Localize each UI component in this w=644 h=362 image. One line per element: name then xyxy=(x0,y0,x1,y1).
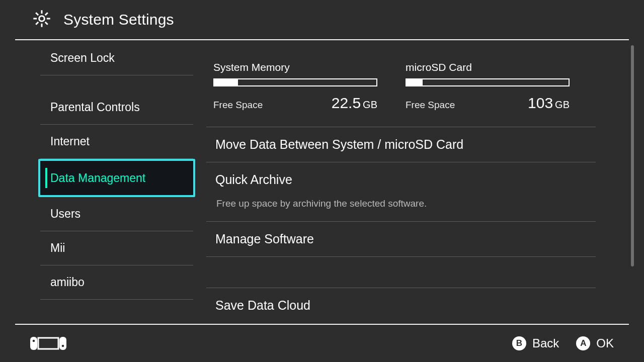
free-space-label: Free Space xyxy=(213,100,263,111)
sidebar-item-mii[interactable]: Mii xyxy=(40,231,193,265)
svg-line-8 xyxy=(36,22,38,25)
sidebar-item-label: Users xyxy=(50,207,80,221)
option-title: Save Data Cloud xyxy=(215,298,596,313)
sidebar-item-label: Mii xyxy=(50,241,65,255)
sidebar: Screen LockParental ControlsInternetData… xyxy=(0,40,206,324)
option-save-data-cloud[interactable]: Save Data Cloud xyxy=(206,288,596,323)
option-title: Quick Archive xyxy=(215,172,596,187)
controller-icon xyxy=(30,336,66,351)
svg-line-5 xyxy=(36,13,38,15)
free-space-label: Free Space xyxy=(406,100,455,111)
footer-button-back[interactable]: BBack xyxy=(512,336,559,350)
svg-point-0 xyxy=(39,16,45,22)
option-move-data-between-system-microsd-card[interactable]: Move Data Between System / microSD Card xyxy=(206,127,596,162)
option-title: Move Data Between System / microSD Card xyxy=(215,137,596,152)
option-quick-archive[interactable]: Quick ArchiveFree up space by archiving … xyxy=(206,162,596,222)
main-panel: System MemoryFree Space22.5GBmicroSD Car… xyxy=(206,40,644,324)
footer-button-label: Back xyxy=(532,336,559,350)
free-space-value: 103GB xyxy=(528,95,570,112)
option-manage-software[interactable]: Manage Software xyxy=(206,222,596,257)
svg-point-12 xyxy=(33,340,35,342)
scrollbar-track[interactable] xyxy=(631,40,634,324)
sidebar-item-label: amiibo xyxy=(50,276,85,289)
storage-bar xyxy=(213,78,377,86)
storage-title: microSD Card xyxy=(406,61,570,73)
svg-line-7 xyxy=(45,13,48,15)
footer-divider xyxy=(15,324,629,325)
storage-title: System Memory xyxy=(213,61,377,73)
footer-button-label: OK xyxy=(596,336,614,350)
button-glyph-icon: A xyxy=(576,336,590,350)
sidebar-item-screen-lock[interactable]: Screen Lock xyxy=(40,41,193,75)
option-spacer xyxy=(206,257,596,288)
free-space-value: 22.5GB xyxy=(332,95,377,112)
sidebar-item-parental-controls[interactable]: Parental Controls xyxy=(40,90,193,125)
storage-bar-fill xyxy=(214,79,238,85)
svg-rect-9 xyxy=(30,337,37,350)
sidebar-item-label: Screen Lock xyxy=(50,51,115,65)
sidebar-item-label: Data Management xyxy=(50,171,145,185)
storage-bar xyxy=(406,78,570,86)
storage-block-microsd-card: microSD CardFree Space103GB xyxy=(406,61,570,112)
option-subtitle: Free up space by archiving the selected … xyxy=(215,198,596,211)
storage-bar-fill xyxy=(407,79,423,85)
storage-block-system-memory: System MemoryFree Space22.5GB xyxy=(213,61,377,112)
page-title: System Settings xyxy=(63,11,174,28)
footer-button-ok[interactable]: AOK xyxy=(576,336,614,350)
svg-point-13 xyxy=(62,345,64,347)
svg-rect-10 xyxy=(59,337,66,350)
sidebar-item-label: Parental Controls xyxy=(50,101,140,114)
option-title: Manage Software xyxy=(215,232,596,246)
sidebar-item-label: Internet xyxy=(50,135,90,148)
svg-rect-11 xyxy=(38,338,58,349)
scrollbar-thumb[interactable] xyxy=(631,45,634,266)
sidebar-item-data-management[interactable]: Data Management xyxy=(38,159,195,197)
button-glyph-icon: B xyxy=(512,336,526,350)
settings-gear-icon xyxy=(32,9,51,30)
sidebar-item-amiibo[interactable]: amiibo xyxy=(40,265,193,300)
sidebar-item-users[interactable]: Users xyxy=(40,197,193,231)
sidebar-item-internet[interactable]: Internet xyxy=(40,125,193,159)
svg-line-6 xyxy=(45,22,48,25)
